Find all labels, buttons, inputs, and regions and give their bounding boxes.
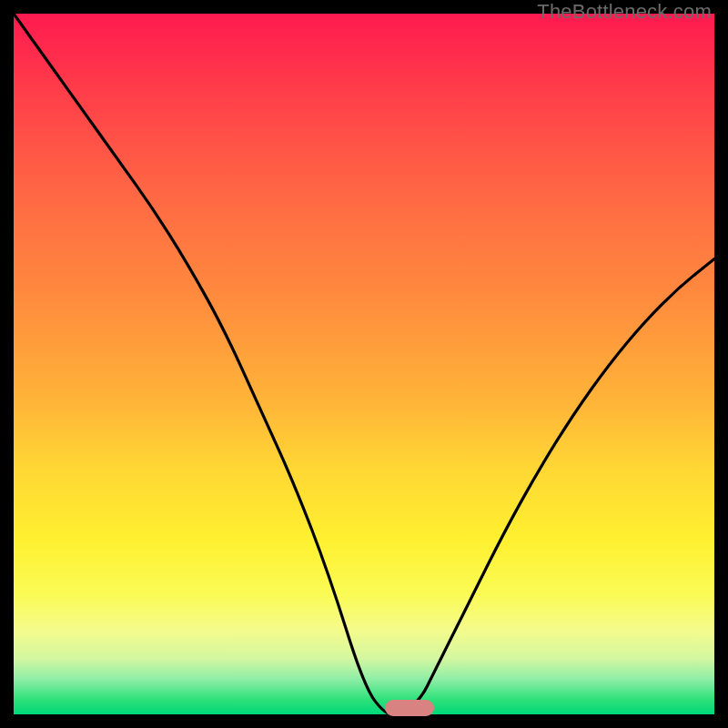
optimal-marker <box>385 700 434 716</box>
chart-frame: TheBottleneck.com <box>0 0 728 728</box>
watermark-text: TheBottleneck.com <box>537 0 712 24</box>
bottleneck-curve <box>14 14 714 714</box>
plot-area <box>14 14 714 714</box>
